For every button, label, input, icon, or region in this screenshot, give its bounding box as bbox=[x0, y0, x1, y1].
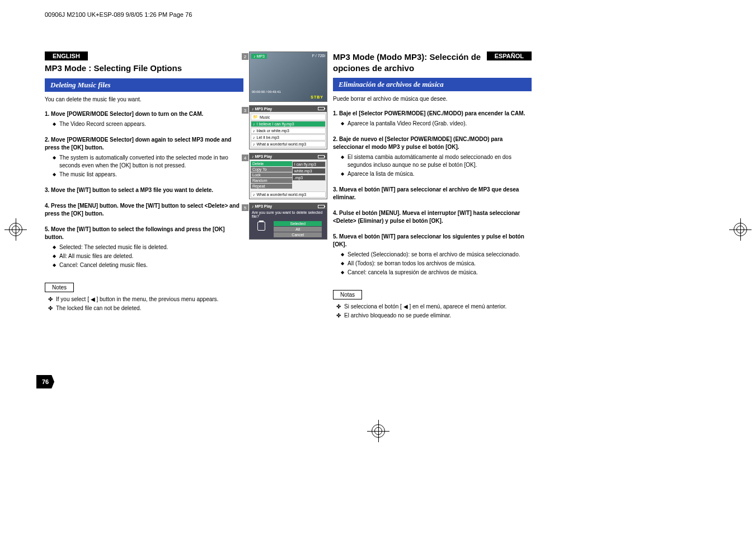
s4-r3: .mp3 bbox=[292, 175, 326, 181]
step2-b1-es: El sistema cambia automáticamente al mod… bbox=[341, 153, 532, 169]
registration-mark-right bbox=[729, 218, 752, 241]
step2-en: 2. Move [POWER/MODE Selector] down again… bbox=[45, 136, 243, 152]
music-icon: ♪ bbox=[253, 135, 255, 139]
music-icon: ♪ bbox=[253, 193, 255, 196]
note2-en: The locked file can not be deleted. bbox=[48, 305, 243, 312]
step5-b2-en: All: All music files are deleted. bbox=[53, 252, 243, 260]
step4-en: 4. Press the [MENU] button. Move the [W/… bbox=[45, 202, 243, 218]
confirm-text: Are you sure you want to delete selected… bbox=[250, 209, 327, 219]
registration-mark-bottom bbox=[367, 420, 389, 442]
spanish-column: ESPAÑOL MP3 Mode (Modo MP3): Selección d… bbox=[333, 51, 532, 321]
screenshot-5-badge: 5 bbox=[242, 204, 248, 211]
step2-b2-es: Aparece la lista de música. bbox=[341, 170, 532, 178]
opt-selected: Selected bbox=[274, 221, 322, 226]
step1-b1-en: The Video Record screen appears. bbox=[53, 120, 243, 128]
stby-indicator: STBY bbox=[311, 95, 323, 99]
battery-icon bbox=[318, 205, 325, 208]
s2-time: 00:00:00 / 00:43:41 bbox=[252, 90, 281, 93]
screenshot-4: 4 ♪ MP3 Play Delete Copy To Lock Random … bbox=[249, 153, 327, 199]
opt-all: All bbox=[274, 227, 322, 232]
s3-folder: Music bbox=[260, 115, 270, 119]
step2-b2-en: The music list appears. bbox=[53, 171, 243, 179]
note1-en: If you select [ ◀ ] button in the menu, … bbox=[48, 296, 243, 303]
screenshot-2: 2 ♪ MP3 F / 720i 00:00:00 / 00:43:41 STB… bbox=[249, 51, 327, 102]
s3-r1: I believe I can fly.mp3 bbox=[257, 122, 294, 126]
s4-r1: I can fly.mp3 bbox=[292, 161, 326, 167]
step5-es: 5. Mueva el botón [W/T] para seleccionar… bbox=[333, 233, 532, 249]
step5-b1-es: Selected (Seleccionado): se borra el arc… bbox=[341, 251, 532, 259]
subsection-bar-es: Eliminación de archivos de música bbox=[333, 78, 532, 91]
step5-b3-en: Cancel: Cancel deleting music files. bbox=[53, 261, 243, 269]
print-header: 00906J M2100 UK+ESP-089 9/8/05 1:26 PM P… bbox=[45, 11, 532, 18]
lang-badge-english: ENGLISH bbox=[45, 51, 88, 60]
opt-cancel: Cancel bbox=[274, 232, 322, 237]
intro-es: Puede borrar el archivo de música que de… bbox=[333, 96, 532, 102]
s3-r4: What a wonderful world.mp3 bbox=[257, 142, 307, 146]
step3-es: 3. Mueva el botón [W/T] para seleccionar… bbox=[333, 186, 532, 202]
s5-title: MP3 Play bbox=[255, 204, 272, 208]
screenshot-4-badge: 4 bbox=[242, 154, 248, 161]
s3-r3: Let it be.mp3 bbox=[257, 135, 279, 139]
step1-es: 1. Baje el [Selector POWER/MODE] (ENC./M… bbox=[333, 110, 532, 118]
music-icon: ♪ bbox=[253, 129, 255, 133]
screenshot-3-badge: 3 bbox=[242, 107, 248, 114]
music-icon: ♪ bbox=[253, 122, 255, 126]
step5-en: 5. Move the [W/T] button to select the f… bbox=[45, 226, 243, 241]
menu-random: Random bbox=[251, 178, 292, 183]
s3-title: MP3 Play bbox=[255, 107, 272, 111]
step1-b1-es: Aparece la pantalla Video Record (Grab. … bbox=[341, 120, 532, 128]
battery-icon bbox=[318, 155, 325, 158]
section-title-en: MP3 Mode : Selecting File Options bbox=[45, 63, 243, 74]
notes-label-en: Notes bbox=[45, 283, 74, 292]
manual-page: 00906J M2100 UK+ESP-089 9/8/05 1:26 PM P… bbox=[45, 11, 532, 321]
folder-icon: 📁 bbox=[253, 115, 258, 119]
page-number: 76 bbox=[36, 375, 54, 388]
registration-mark-left bbox=[4, 218, 27, 241]
s3-r2: black or white.mp3 bbox=[257, 129, 289, 133]
note1-es: Si selecciona el botón [ ◀ ] en el menú,… bbox=[336, 303, 532, 311]
step2-b1-en: The system is automatically converted in… bbox=[53, 154, 243, 170]
notes-label-es: Notas bbox=[333, 290, 362, 299]
screenshot-2-badge: 2 bbox=[242, 53, 248, 60]
lang-badge-spanish: ESPAÑOL bbox=[487, 51, 532, 60]
step3-en: 3. Move the [W/T] button to select a MP3… bbox=[45, 186, 243, 194]
step5-b1-en: Selected: The selected music file is del… bbox=[53, 243, 243, 251]
device-screenshots: 2 ♪ MP3 F / 720i 00:00:00 / 00:43:41 STB… bbox=[249, 51, 327, 321]
menu-repeat: Repeat bbox=[251, 184, 292, 189]
intro-en: You can delete the music file you want. bbox=[45, 96, 243, 102]
screenshot-3: 3 ♪ MP3 Play 📁Music ♪I believe I can fly… bbox=[249, 105, 327, 149]
menu-copyto: Copy To bbox=[251, 167, 292, 172]
music-icon: ♪ bbox=[253, 142, 255, 146]
step5-b3-es: Cancel: cancela la supresión de archivos… bbox=[341, 269, 532, 277]
s2-mode: MP3 bbox=[256, 54, 264, 58]
s2-fine: F / 720i bbox=[312, 54, 325, 58]
english-column: ENGLISH MP3 Mode : Selecting File Option… bbox=[45, 51, 243, 321]
s4-r2: white.mp3 bbox=[292, 168, 326, 174]
step2-es: 2. Baje de nuevo el [Selector POWER/MODE… bbox=[333, 135, 532, 151]
note2-es: El archivo bloqueado no se puede elimina… bbox=[336, 312, 532, 320]
s4-last: What a wonderful world.mp3 bbox=[257, 193, 307, 196]
trash-icon bbox=[257, 222, 265, 231]
subsection-bar-en: Deleting Music files bbox=[45, 78, 243, 92]
s4-title: MP3 Play bbox=[255, 154, 272, 158]
step1-en: 1. Move [POWER/MODE Selector] down to tu… bbox=[45, 110, 243, 118]
step4-es: 4. Pulse el botón [MENU]. Mueva el inter… bbox=[333, 209, 532, 225]
screenshot-5: 5 ♪ MP3 Play Are you sure you want to de… bbox=[249, 203, 327, 240]
step5-b2-es: All (Todos): se borran todos los archivo… bbox=[341, 260, 532, 268]
battery-icon bbox=[318, 107, 325, 111]
menu-delete: Delete bbox=[251, 161, 292, 166]
menu-lock: Lock bbox=[251, 172, 292, 177]
